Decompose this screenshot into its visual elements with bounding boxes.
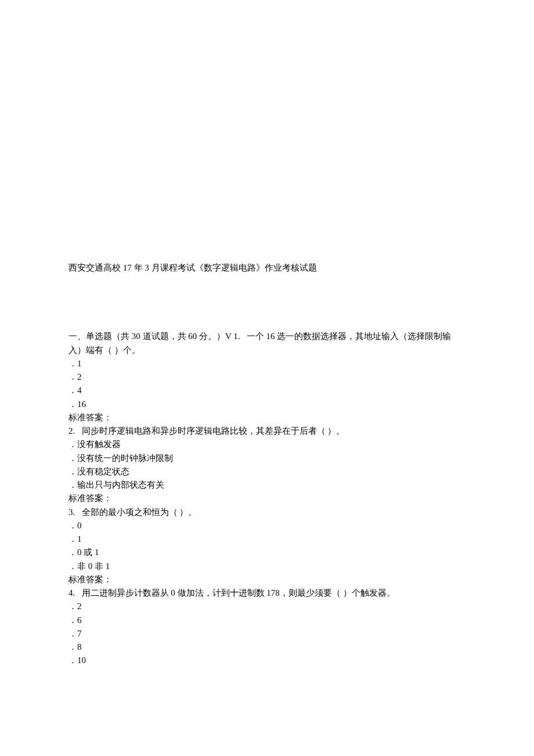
q1-option-b: ．2 [68, 370, 466, 384]
q4-option-b: ．6 [68, 614, 466, 627]
page-content: 西安交通高校 17 年 3 月课程考试《数字逻辑电路》作业考核试题 一、单选题（… [0, 0, 534, 668]
q3-option-d: ．非 0 非 1 [68, 560, 466, 573]
q4-option-a: ．2 [68, 600, 466, 613]
q4-stem: 4. 用二进制异步计数器从 0 做加法，计到十进制数 178，则最少须要（ ）个… [68, 586, 466, 600]
q2-stem: 2. 同步时序逻辑电路和异步时序逻辑电路比较，其差异在于后者（ ）。 [68, 424, 466, 438]
q3-option-b: ．1 [68, 532, 466, 546]
document-title: 西安交通高校 17 年 3 月课程考试《数字逻辑电路》作业考核试题 [68, 261, 466, 275]
section-intro: 一、单选题（共 30 道试题，共 60 分。）V 1. 一个 16 选一的数据选… [68, 330, 466, 357]
q3-option-a: ．0 [68, 519, 466, 532]
q2-option-a: ．没有触发器 [68, 438, 466, 451]
q1-answer-label: 标准答案： [68, 411, 466, 424]
q2-answer-label: 标准答案： [68, 492, 466, 505]
q4-option-e: ．10 [68, 654, 466, 667]
q3-option-c: ．0 或 1 [68, 546, 466, 559]
q3-stem: 3. 全部的最小项之和恒为（ ）。 [68, 506, 466, 519]
q4-option-c: ．7 [68, 627, 466, 640]
q3-answer-label: 标准答案： [68, 573, 466, 586]
q1-option-d: ．16 [68, 398, 466, 411]
q2-option-b: ．没有统一的时钟脉冲限制 [68, 452, 466, 465]
q4-option-d: ．8 [68, 640, 466, 654]
q2-option-c: ．没有稳定状态 [68, 465, 466, 478]
q1-option-a: ．1 [68, 357, 466, 370]
q1-option-c: ．4 [68, 384, 466, 397]
q2-option-d: ．输出只与内部状态有关 [68, 478, 466, 492]
